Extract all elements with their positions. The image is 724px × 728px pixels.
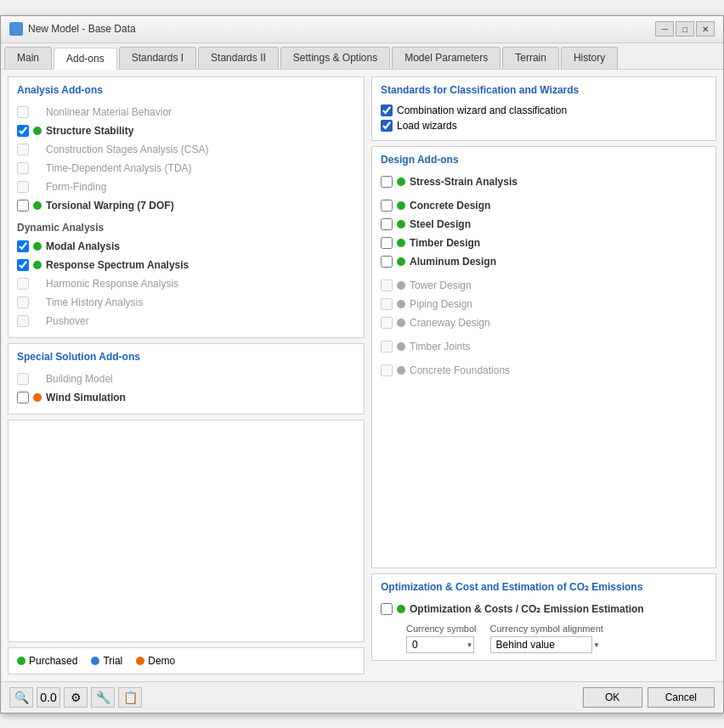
- timber-joints-label: Timber Joints: [410, 341, 471, 353]
- torsional-label: Torsional Warping (7 DOF): [46, 200, 174, 212]
- timber-design-checkbox[interactable]: [381, 237, 393, 249]
- building-model-checkbox[interactable]: [17, 373, 29, 385]
- window-title: New Model - Base Data: [28, 23, 136, 35]
- toolbar-icon-5[interactable]: 📋: [118, 687, 142, 708]
- list-item: Building Model: [17, 370, 355, 388]
- dot-none: [33, 317, 42, 325]
- stress-strain-label: Stress-Strain Analysis: [410, 176, 518, 188]
- steel-design-label: Steel Design: [410, 218, 471, 230]
- tab-settings[interactable]: Settings & Options: [280, 47, 390, 69]
- title-controls: ─ □ ✕: [655, 21, 715, 37]
- tda-checkbox[interactable]: [17, 162, 29, 174]
- currency-symbol-wrapper: 0: [406, 636, 477, 653]
- dot-green: [33, 201, 42, 210]
- list-item: Timber Design: [381, 234, 707, 252]
- craneway-design-label: Craneway Design: [410, 317, 490, 329]
- dot-green: [397, 201, 405, 210]
- left-panel: Analysis Add-ons Nonlinear Material Beha…: [8, 76, 365, 674]
- currency-alignment-select[interactable]: Behind value: [490, 636, 592, 653]
- list-item: Stress-Strain Analysis: [381, 172, 707, 191]
- ok-button[interactable]: OK: [583, 687, 642, 708]
- nonlinear-label: Nonlinear Material Behavior: [46, 106, 172, 118]
- tab-standards1[interactable]: Standards I: [119, 47, 196, 69]
- dot-green: [33, 242, 42, 251]
- cancel-button[interactable]: Cancel: [648, 687, 715, 708]
- csa-checkbox[interactable]: [17, 144, 29, 155]
- standards-title: Standards for Classification and Wizards: [381, 84, 707, 96]
- toolbar-icon-1[interactable]: 🔍: [9, 687, 33, 708]
- aluminum-design-checkbox[interactable]: [381, 256, 393, 268]
- analysis-addons-section: Analysis Add-ons Nonlinear Material Beha…: [8, 76, 365, 338]
- time-history-checkbox[interactable]: [17, 296, 29, 308]
- craneway-design-checkbox[interactable]: [381, 317, 393, 329]
- load-wizards-checkbox[interactable]: [381, 120, 393, 132]
- toolbar-icon-4[interactable]: 🔧: [91, 687, 115, 708]
- timber-design-label: Timber Design: [410, 237, 480, 249]
- close-button[interactable]: ✕: [696, 21, 715, 37]
- bottom-toolbar: 🔍 0.0 ⚙ 🔧 📋 OK Cancel: [1, 681, 723, 713]
- wind-simulation-checkbox[interactable]: [17, 392, 29, 404]
- list-item: Steel Design: [381, 215, 707, 234]
- design-addons-section: Design Add-ons Stress-Strain Analysis Co…: [371, 146, 716, 568]
- list-item: Craneway Design: [381, 313, 707, 332]
- legend-bar: Purchased Trial Demo: [8, 647, 365, 674]
- purchased-dot: [17, 657, 25, 665]
- left-spacer: [8, 420, 365, 642]
- list-item: Concrete Foundations: [381, 361, 707, 380]
- structure-stability-label: Structure Stability: [46, 125, 133, 137]
- tab-history[interactable]: History: [561, 47, 618, 69]
- dot-none: [33, 108, 42, 116]
- form-finding-checkbox[interactable]: [17, 181, 29, 193]
- response-spectrum-checkbox[interactable]: [17, 259, 29, 271]
- toolbar-icon-2[interactable]: 0.0: [37, 687, 60, 708]
- tower-design-label: Tower Design: [410, 279, 472, 291]
- tab-model-params[interactable]: Model Parameters: [392, 47, 501, 69]
- modal-label: Modal Analysis: [46, 240, 120, 252]
- list-item: Tower Design: [381, 276, 707, 295]
- standards-section: Standards for Classification and Wizards…: [371, 76, 716, 141]
- demo-dot: [136, 657, 144, 665]
- list-item: Load wizards: [381, 118, 707, 133]
- list-item: Nonlinear Material Behavior: [17, 103, 355, 121]
- form-finding-label: Form-Finding: [46, 181, 106, 193]
- minimize-button[interactable]: ─: [655, 21, 674, 37]
- modal-checkbox[interactable]: [17, 240, 29, 252]
- special-addons-title: Special Solution Add-ons: [17, 351, 355, 363]
- concrete-design-checkbox[interactable]: [381, 200, 393, 212]
- dot-none: [33, 145, 42, 154]
- pushover-checkbox[interactable]: [17, 315, 29, 327]
- piping-design-checkbox[interactable]: [381, 298, 393, 310]
- tab-main[interactable]: Main: [4, 47, 52, 69]
- harmonic-checkbox[interactable]: [17, 278, 29, 290]
- nonlinear-checkbox[interactable]: [17, 106, 29, 118]
- combination-wizard-checkbox[interactable]: [381, 104, 393, 116]
- tab-terrain[interactable]: Terrain: [502, 47, 559, 69]
- maximize-button[interactable]: □: [676, 21, 694, 37]
- dot-none: [33, 375, 42, 383]
- dot-gray: [397, 366, 405, 375]
- steel-design-checkbox[interactable]: [381, 218, 393, 230]
- list-item: Aluminum Design: [381, 252, 707, 271]
- currency-row: Currency symbol 0 Currency symbol alignm…: [381, 624, 707, 653]
- stress-strain-checkbox[interactable]: [381, 176, 393, 188]
- tower-design-checkbox[interactable]: [381, 279, 393, 291]
- list-item: Time History Analysis: [17, 293, 355, 312]
- toolbar-icon-3[interactable]: ⚙: [64, 687, 88, 708]
- tab-addons[interactable]: Add-ons: [54, 48, 117, 70]
- concrete-foundations-checkbox[interactable]: [381, 364, 393, 376]
- structure-stability-checkbox[interactable]: [17, 125, 29, 137]
- optimization-checkbox[interactable]: [381, 603, 393, 615]
- dot-orange: [33, 393, 42, 402]
- optimization-row: Optimization & Costs / CO₂ Emission Esti…: [381, 600, 707, 618]
- list-item: Time-Dependent Analysis (TDA): [17, 159, 355, 178]
- tab-standards2[interactable]: Standards II: [198, 47, 279, 69]
- concrete-design-label: Concrete Design: [410, 200, 490, 212]
- list-item: Torsional Warping (7 DOF): [17, 196, 355, 215]
- list-item: Response Spectrum Analysis: [17, 256, 355, 274]
- timber-joints-checkbox[interactable]: [381, 341, 393, 353]
- list-item: Combination wizard and classification: [381, 103, 707, 118]
- demo-label: Demo: [148, 655, 175, 667]
- currency-symbol-select[interactable]: 0: [406, 636, 474, 653]
- harmonic-label: Harmonic Response Analysis: [46, 278, 178, 290]
- torsional-checkbox[interactable]: [17, 200, 29, 212]
